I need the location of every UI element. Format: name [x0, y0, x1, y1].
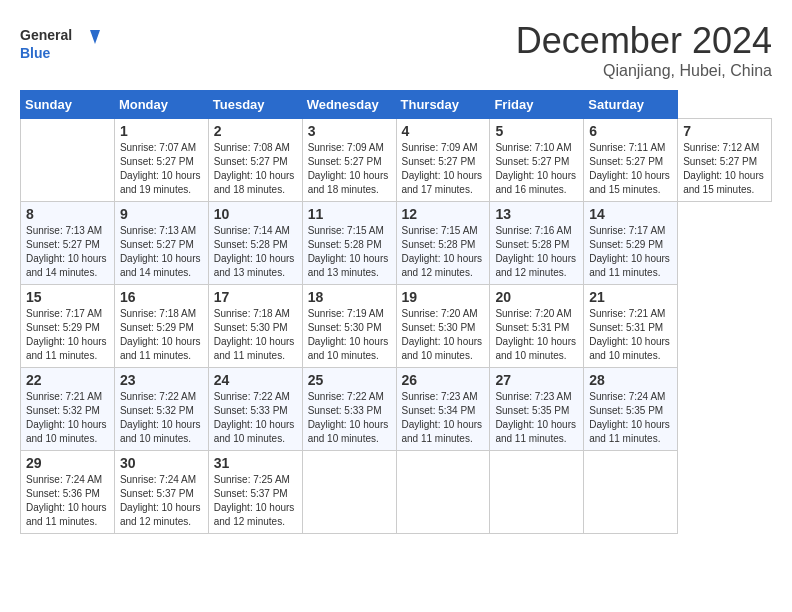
calendar-cell: 19Sunrise: 7:20 AMSunset: 5:30 PMDayligh…: [396, 285, 490, 368]
day-number: 24: [214, 372, 297, 388]
day-info: Sunrise: 7:23 AMSunset: 5:35 PMDaylight:…: [495, 390, 578, 446]
calendar-cell: 20Sunrise: 7:20 AMSunset: 5:31 PMDayligh…: [490, 285, 584, 368]
calendar-cell: 7Sunrise: 7:12 AMSunset: 5:27 PMDaylight…: [678, 119, 772, 202]
calendar-cell: 2Sunrise: 7:08 AMSunset: 5:27 PMDaylight…: [208, 119, 302, 202]
calendar-cell: 14Sunrise: 7:17 AMSunset: 5:29 PMDayligh…: [584, 202, 678, 285]
calendar-cell: 22Sunrise: 7:21 AMSunset: 5:32 PMDayligh…: [21, 368, 115, 451]
calendar-cell: [21, 119, 115, 202]
calendar-cell: 29Sunrise: 7:24 AMSunset: 5:36 PMDayligh…: [21, 451, 115, 534]
calendar-table: SundayMondayTuesdayWednesdayThursdayFrid…: [20, 90, 772, 534]
day-number: 2: [214, 123, 297, 139]
day-info: Sunrise: 7:08 AMSunset: 5:27 PMDaylight:…: [214, 141, 297, 197]
day-info: Sunrise: 7:19 AMSunset: 5:30 PMDaylight:…: [308, 307, 391, 363]
day-info: Sunrise: 7:09 AMSunset: 5:27 PMDaylight:…: [402, 141, 485, 197]
calendar-cell: 6Sunrise: 7:11 AMSunset: 5:27 PMDaylight…: [584, 119, 678, 202]
day-info: Sunrise: 7:24 AMSunset: 5:35 PMDaylight:…: [589, 390, 672, 446]
day-number: 19: [402, 289, 485, 305]
day-info: Sunrise: 7:21 AMSunset: 5:31 PMDaylight:…: [589, 307, 672, 363]
day-number: 7: [683, 123, 766, 139]
calendar-cell: 10Sunrise: 7:14 AMSunset: 5:28 PMDayligh…: [208, 202, 302, 285]
day-number: 1: [120, 123, 203, 139]
day-number: 30: [120, 455, 203, 471]
day-info: Sunrise: 7:10 AMSunset: 5:27 PMDaylight:…: [495, 141, 578, 197]
calendar-cell: 1Sunrise: 7:07 AMSunset: 5:27 PMDaylight…: [114, 119, 208, 202]
calendar-cell: 27Sunrise: 7:23 AMSunset: 5:35 PMDayligh…: [490, 368, 584, 451]
calendar-cell: 3Sunrise: 7:09 AMSunset: 5:27 PMDaylight…: [302, 119, 396, 202]
day-info: Sunrise: 7:16 AMSunset: 5:28 PMDaylight:…: [495, 224, 578, 280]
day-number: 5: [495, 123, 578, 139]
day-header-friday: Friday: [490, 91, 584, 119]
day-info: Sunrise: 7:25 AMSunset: 5:37 PMDaylight:…: [214, 473, 297, 529]
page-header: General Blue December 2024 Qianjiang, Hu…: [20, 20, 772, 80]
day-number: 18: [308, 289, 391, 305]
svg-marker-2: [90, 30, 100, 44]
calendar-cell: 5Sunrise: 7:10 AMSunset: 5:27 PMDaylight…: [490, 119, 584, 202]
day-number: 29: [26, 455, 109, 471]
title-block: December 2024 Qianjiang, Hubei, China: [516, 20, 772, 80]
day-header-monday: Monday: [114, 91, 208, 119]
day-number: 17: [214, 289, 297, 305]
day-number: 12: [402, 206, 485, 222]
day-info: Sunrise: 7:21 AMSunset: 5:32 PMDaylight:…: [26, 390, 109, 446]
day-info: Sunrise: 7:15 AMSunset: 5:28 PMDaylight:…: [402, 224, 485, 280]
day-info: Sunrise: 7:15 AMSunset: 5:28 PMDaylight:…: [308, 224, 391, 280]
day-header-tuesday: Tuesday: [208, 91, 302, 119]
day-number: 14: [589, 206, 672, 222]
day-header-sunday: Sunday: [21, 91, 115, 119]
day-info: Sunrise: 7:24 AMSunset: 5:37 PMDaylight:…: [120, 473, 203, 529]
day-number: 31: [214, 455, 297, 471]
day-number: 28: [589, 372, 672, 388]
day-info: Sunrise: 7:20 AMSunset: 5:31 PMDaylight:…: [495, 307, 578, 363]
day-info: Sunrise: 7:13 AMSunset: 5:27 PMDaylight:…: [120, 224, 203, 280]
day-number: 8: [26, 206, 109, 222]
day-info: Sunrise: 7:20 AMSunset: 5:30 PMDaylight:…: [402, 307, 485, 363]
logo-svg: General Blue: [20, 20, 100, 68]
svg-text:General: General: [20, 27, 72, 43]
calendar-cell: 24Sunrise: 7:22 AMSunset: 5:33 PMDayligh…: [208, 368, 302, 451]
day-number: 10: [214, 206, 297, 222]
calendar-cell: 8Sunrise: 7:13 AMSunset: 5:27 PMDaylight…: [21, 202, 115, 285]
day-number: 6: [589, 123, 672, 139]
day-number: 22: [26, 372, 109, 388]
day-info: Sunrise: 7:22 AMSunset: 5:33 PMDaylight:…: [308, 390, 391, 446]
day-number: 15: [26, 289, 109, 305]
calendar-cell: [302, 451, 396, 534]
day-info: Sunrise: 7:22 AMSunset: 5:33 PMDaylight:…: [214, 390, 297, 446]
day-number: 13: [495, 206, 578, 222]
calendar-cell: 17Sunrise: 7:18 AMSunset: 5:30 PMDayligh…: [208, 285, 302, 368]
day-number: 11: [308, 206, 391, 222]
calendar-cell: 13Sunrise: 7:16 AMSunset: 5:28 PMDayligh…: [490, 202, 584, 285]
day-number: 16: [120, 289, 203, 305]
calendar-cell: 9Sunrise: 7:13 AMSunset: 5:27 PMDaylight…: [114, 202, 208, 285]
day-info: Sunrise: 7:17 AMSunset: 5:29 PMDaylight:…: [589, 224, 672, 280]
logo: General Blue: [20, 20, 100, 68]
day-info: Sunrise: 7:07 AMSunset: 5:27 PMDaylight:…: [120, 141, 203, 197]
calendar-cell: 11Sunrise: 7:15 AMSunset: 5:28 PMDayligh…: [302, 202, 396, 285]
day-number: 21: [589, 289, 672, 305]
day-number: 20: [495, 289, 578, 305]
day-header-saturday: Saturday: [584, 91, 678, 119]
calendar-cell: 21Sunrise: 7:21 AMSunset: 5:31 PMDayligh…: [584, 285, 678, 368]
day-info: Sunrise: 7:22 AMSunset: 5:32 PMDaylight:…: [120, 390, 203, 446]
location-subtitle: Qianjiang, Hubei, China: [516, 62, 772, 80]
day-info: Sunrise: 7:13 AMSunset: 5:27 PMDaylight:…: [26, 224, 109, 280]
day-info: Sunrise: 7:14 AMSunset: 5:28 PMDaylight:…: [214, 224, 297, 280]
day-number: 23: [120, 372, 203, 388]
day-number: 26: [402, 372, 485, 388]
calendar-cell: 28Sunrise: 7:24 AMSunset: 5:35 PMDayligh…: [584, 368, 678, 451]
day-header-wednesday: Wednesday: [302, 91, 396, 119]
svg-text:Blue: Blue: [20, 45, 51, 61]
calendar-cell: 4Sunrise: 7:09 AMSunset: 5:27 PMDaylight…: [396, 119, 490, 202]
calendar-cell: 26Sunrise: 7:23 AMSunset: 5:34 PMDayligh…: [396, 368, 490, 451]
day-number: 3: [308, 123, 391, 139]
calendar-cell: 18Sunrise: 7:19 AMSunset: 5:30 PMDayligh…: [302, 285, 396, 368]
month-title: December 2024: [516, 20, 772, 62]
day-number: 27: [495, 372, 578, 388]
day-info: Sunrise: 7:09 AMSunset: 5:27 PMDaylight:…: [308, 141, 391, 197]
day-number: 4: [402, 123, 485, 139]
day-info: Sunrise: 7:18 AMSunset: 5:29 PMDaylight:…: [120, 307, 203, 363]
calendar-cell: [490, 451, 584, 534]
calendar-cell: 12Sunrise: 7:15 AMSunset: 5:28 PMDayligh…: [396, 202, 490, 285]
calendar-cell: 23Sunrise: 7:22 AMSunset: 5:32 PMDayligh…: [114, 368, 208, 451]
calendar-cell: [396, 451, 490, 534]
